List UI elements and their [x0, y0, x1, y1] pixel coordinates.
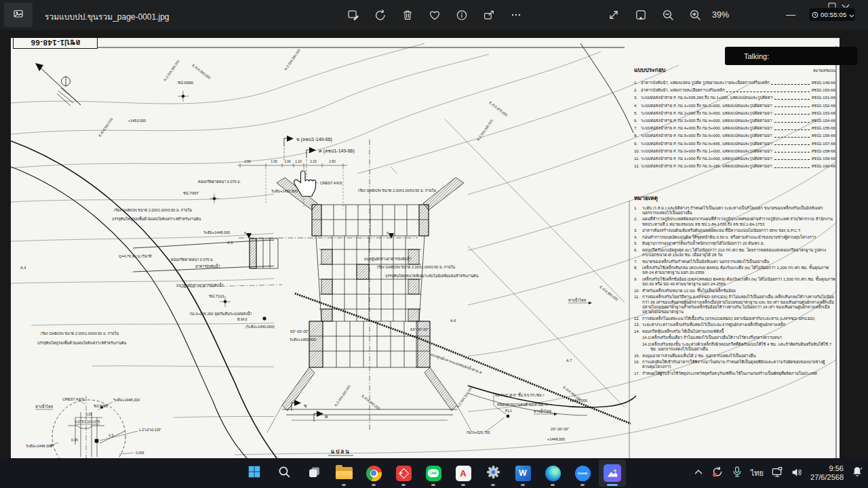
zoom-in-icon[interactable]: [689, 9, 701, 21]
drawing-label: เรียง GABION ขนาด 2.00X1.00X0.50 ม. ภายใ…: [358, 188, 436, 192]
recording-timer-widget[interactable]: 00:55:05: [808, 1, 859, 24]
drawing-label: ชป.6780: [94, 404, 108, 408]
settings-button[interactable]: [479, 460, 507, 487]
word-icon: W: [515, 466, 531, 481]
edge-button[interactable]: [539, 460, 566, 487]
note-item: 8.เหล็กเสริมใช้เหล็กเส้นกลม (ROUND BARS)…: [634, 266, 835, 275]
drawing-label: 63°-00'-00": [410, 327, 429, 331]
photos-taskbar-button[interactable]: [599, 460, 626, 487]
ref-list: 1.อาคารบังคับน้ำ, แสดงแปลน รูปตัด รูปขยา…: [634, 81, 835, 169]
drawing-label: N.2,096,350,000: [163, 59, 180, 82]
edit-icon[interactable]: [347, 9, 359, 21]
edge-icon: [545, 466, 561, 481]
chrome-button[interactable]: [360, 460, 387, 487]
note-item: 10.สำหรับเหล็กเสริมขนาด 12 มม. ขึ้นไปเป็…: [634, 289, 835, 293]
drawing-label: บรรจุหินใหญ่รองพื้นด้วยแผ่นใยสังเคราะห์ส…: [37, 340, 126, 346]
note-item: 14.1เหล็กเสริมชั้นเดียว ถ้าไม่แสดงไว้เป็…: [642, 336, 835, 340]
drawing-label: คอนกรีตดาดหนา 0.075 ม.: [198, 180, 241, 184]
ref-list-item: 12.ระบบท่อส่งน้ำสาย P, กม.2+000 ถึง กม.3…: [634, 164, 835, 169]
zoom-app-icon: zoom: [575, 466, 591, 481]
note-item: 9.เหล็กเสริมใช้เหล็กข้ออ้อย (DEFORMED BA…: [634, 277, 835, 287]
reference-panel: แบบประกอบ หมายเลขแบบ 1.อาคารบังคับน้ำ, แ…: [634, 65, 835, 457]
rotate-icon[interactable]: [374, 9, 387, 21]
drawing-label: E.414,860,000: [599, 285, 619, 302]
favorite-icon[interactable]: [429, 9, 441, 21]
drawing-label: PL1: [505, 409, 512, 413]
zoom-out-icon[interactable]: [662, 9, 674, 21]
tray-date: 27/6/2568: [810, 473, 844, 482]
note-item: 17.กำหนดให้ผู้รับจ้างใช้วัสดุประเภทวัสดุ…: [634, 371, 835, 376]
hidden-icons-chevron[interactable]: [693, 466, 704, 480]
photos-app-button[interactable]: [4, 3, 33, 27]
note-item: 14.2เหล็กเสริมสองชั้น ระยะห่างผิวเหล็กถึ…: [642, 342, 835, 352]
timer-value: 00:55:05: [821, 11, 847, 18]
fullscreen-icon[interactable]: [608, 9, 620, 21]
share-icon[interactable]: [483, 9, 495, 21]
drawing-label: B.M.0: [237, 317, 247, 321]
note-item: 2.แผนที่สำรวจภูมิประเทศคัดลอกจากแผนที่สำ…: [634, 217, 835, 226]
dimension-value: 2.50: [244, 159, 251, 163]
dimension-value: 0.005: [136, 451, 144, 455]
drawing-label: A.7: [566, 359, 572, 363]
info-icon[interactable]: [456, 9, 468, 21]
notification-bell-icon[interactable]: z: [851, 466, 864, 481]
dimension-value: 0.10: [84, 420, 91, 424]
fit-to-window-icon[interactable]: [635, 9, 647, 21]
task-view-icon: [307, 465, 321, 482]
chrome-icon: [366, 466, 382, 481]
note-item: 13.ระยะห่างระหว่างเหล็กเสริมที่แสดงไว้เป…: [634, 323, 835, 327]
drawing-label: ระดับ+1450.500: [271, 189, 298, 193]
acrobat-button[interactable]: A: [450, 460, 477, 487]
zoom-level: 39%: [712, 10, 729, 20]
drawing-label: อาคารบังคับน้ำ: [195, 264, 220, 268]
cast-display-icon[interactable]: [771, 466, 783, 481]
note-item: 12.การต่อเหล็กในแต่ละแนวให้เยื้องกัน (ST…: [634, 317, 835, 321]
microphone-icon[interactable]: [731, 466, 743, 481]
red-diamond-app-button[interactable]: [390, 460, 417, 487]
minimize-button[interactable]: —: [781, 7, 800, 23]
drawing-label: +1453,000: [128, 119, 146, 123]
sheet-number: ลชป1-148-66: [31, 38, 81, 49]
task-view-button[interactable]: [300, 460, 328, 487]
dimension-value: 2.15: [310, 159, 317, 163]
taskbar: LINE A W: [0, 458, 868, 488]
section-label: ก: [387, 231, 389, 235]
dimension-value: 1.00: [271, 159, 277, 163]
zoom-button[interactable]: zoom: [569, 460, 596, 487]
ref-list-item: 5.ระบบท่อส่งน้ำสาย P, กม.2+000 ถึง กม.3+…: [634, 111, 835, 116]
tray-clock[interactable]: 9:56 27/6/2568: [810, 464, 844, 482]
drawing-label: E.414,550,000: [98, 117, 114, 137]
speaker-icon[interactable]: [791, 466, 803, 481]
word-button[interactable]: W: [509, 460, 536, 487]
line-icon: LINE: [426, 466, 441, 481]
delete-icon[interactable]: [401, 9, 414, 21]
image-viewport[interactable]: ลชป1-148-66: [11, 38, 840, 458]
drawing-label: เรียง GABION ขนาด 2.00X1.00X0.50 ม. ภายใ…: [377, 265, 455, 269]
acrobat-icon: A: [456, 466, 471, 481]
north-arrow-icon: [35, 63, 81, 106]
note-item: 6.คอนกรีตรับแรงอัดสูงสุด (fc') ได้ไม่น้อ…: [634, 248, 835, 258]
file-explorer-button[interactable]: [330, 460, 357, 487]
search-icon: [277, 465, 291, 481]
ref-list-item: 2.อาคารบังคับน้ำ, แสดงรายละเอียดการเสริม…: [634, 88, 835, 93]
note-item: 5.ดินฐานรากรองอาคารต้องรับน้ำหนักบรรทุกไ…: [634, 241, 835, 246]
note-item: 15.ลบมุมอาคารส่วนที่มองเห็นได้ 2 ซม. นอก…: [634, 354, 835, 359]
notes-header: หมายเหตุ: [634, 193, 835, 203]
line-button[interactable]: LINE: [420, 460, 447, 487]
more-icon[interactable]: [510, 9, 522, 21]
ref-list-item: 8.ระบบท่อส่งน้ำสาย P, กม.5+000 ถึง กม.6+…: [634, 134, 835, 138]
folder-icon: [336, 467, 353, 479]
ref-list-column-header: หมายเลขแบบ: [813, 68, 835, 73]
start-button[interactable]: [241, 460, 268, 487]
sheet-number-tab: ลชป1-148-66: [13, 38, 98, 49]
drawing-label: N.2,096,330,000: [476, 119, 494, 142]
ref-list-item: 4.ระบบท่อส่งน้ำสาย P, กม.1+000 ถึง กม.2+…: [634, 104, 835, 108]
search-button[interactable]: [271, 460, 298, 487]
chevron-down-icon: [849, 9, 854, 21]
drawing-label: ชป.7097: [183, 191, 199, 195]
drawing-label: 63°-00'-00": [290, 329, 309, 333]
drawing-label: กม.0+005.260 จุดเริ่มต้นระบบท่อส่งน้ำ: [190, 311, 252, 317]
language-indicator[interactable]: ไทย: [751, 467, 764, 479]
screen-recorder-icon[interactable]: [711, 466, 724, 480]
drawing-label: ระดับ+1448.000: [26, 444, 52, 448]
